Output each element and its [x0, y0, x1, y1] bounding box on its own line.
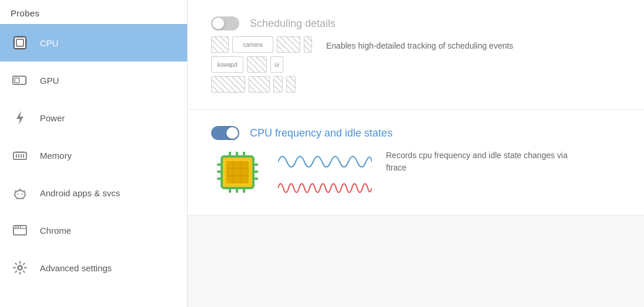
hatch-block [273, 76, 283, 93]
chrome-icon [11, 221, 29, 240]
svg-point-32 [22, 194, 23, 195]
hatch-block [277, 36, 300, 53]
svg-point-40 [15, 226, 16, 227]
cpu-freq-toggle[interactable] [211, 126, 239, 140]
hatch-label-ui: ui [270, 56, 283, 73]
svg-rect-64 [243, 188, 245, 193]
svg-rect-54 [226, 161, 249, 183]
cpu-freq-waves [278, 152, 372, 199]
scheduling-header: Scheduling details [211, 16, 621, 30]
svg-rect-45 [19, 261, 21, 264]
svg-point-44 [18, 266, 22, 270]
sidebar-item-label-memory: Memory [40, 151, 72, 161]
svg-rect-66 [217, 170, 222, 173]
svg-line-35 [24, 190, 25, 192]
svg-rect-20 [13, 152, 26, 159]
svg-rect-61 [243, 152, 245, 156]
sidebar: Probes CPU [0, 0, 188, 307]
svg-rect-24 [23, 154, 24, 158]
svg-rect-63 [236, 188, 238, 193]
memory-icon [11, 146, 29, 165]
sidebar-item-gpu[interactable]: GPU [0, 62, 187, 99]
cpu-freq-header: CPU frequency and idle states [211, 126, 621, 140]
hatch-block [286, 76, 296, 93]
svg-rect-22 [18, 154, 19, 158]
hatch-block [247, 56, 267, 73]
svg-point-31 [18, 194, 19, 195]
svg-rect-68 [253, 163, 258, 166]
sidebar-item-memory[interactable]: Memory [0, 137, 187, 174]
cpu-freq-visual [211, 146, 264, 199]
svg-rect-47 [24, 267, 27, 268]
svg-rect-70 [253, 178, 258, 180]
svg-rect-67 [217, 178, 222, 180]
hatch-row-2: kswapd ui [211, 56, 312, 73]
sidebar-item-label-advanced: Advanced settings [40, 263, 112, 273]
cpu-chip-svg [211, 146, 264, 199]
svg-rect-21 [16, 154, 17, 158]
blue-wave-svg [278, 152, 372, 172]
svg-point-42 [20, 226, 21, 227]
sidebar-item-label-cpu: CPU [40, 38, 59, 48]
sidebar-item-label-chrome: Chrome [40, 226, 71, 236]
red-wave-svg [278, 178, 372, 199]
svg-rect-65 [217, 163, 222, 166]
hatch-row-1: camera [211, 36, 312, 53]
sidebar-item-android[interactable]: Android apps & svcs [0, 174, 187, 212]
svg-rect-60 [236, 152, 238, 156]
hatch-row-3 [211, 76, 312, 93]
svg-rect-0 [14, 37, 26, 49]
settings-icon [11, 258, 29, 277]
main-content: Scheduling details camera kswapd ui [188, 0, 644, 307]
sidebar-item-chrome[interactable]: Chrome [0, 212, 187, 249]
svg-rect-15 [15, 78, 19, 83]
scheduling-desc: Enables high-detailed tracking of schedu… [326, 40, 513, 52]
sidebar-item-advanced[interactable]: Advanced settings [0, 249, 187, 286]
scheduling-toggle[interactable] [211, 16, 239, 30]
sidebar-item-label-gpu: GPU [40, 76, 59, 86]
svg-marker-19 [16, 111, 23, 125]
svg-rect-23 [21, 154, 22, 158]
svg-rect-30 [16, 193, 23, 197]
svg-rect-59 [229, 152, 231, 156]
cpu-freq-title: CPU frequency and idle states [250, 127, 392, 139]
cpu-freq-section: CPU frequency and idle states [188, 110, 644, 216]
svg-rect-69 [253, 170, 258, 173]
svg-rect-46 [22, 262, 25, 265]
sidebar-item-power[interactable]: Power [0, 99, 187, 137]
hatch-block [211, 76, 245, 93]
hatch-block [211, 36, 229, 53]
scheduling-visual: camera kswapd ui [211, 36, 312, 93]
android-icon [11, 183, 29, 202]
sidebar-item-cpu[interactable]: CPU [0, 24, 187, 62]
svg-point-41 [18, 226, 19, 227]
svg-rect-49 [19, 272, 21, 275]
svg-rect-62 [229, 188, 231, 193]
svg-line-34 [15, 190, 16, 192]
gpu-icon [11, 71, 29, 90]
hatch-label-kswapd: kswapd [211, 56, 243, 73]
scheduling-toggle-knob [212, 18, 224, 29]
sidebar-header: Probes [0, 0, 187, 24]
power-icon [11, 108, 29, 127]
scheduling-title: Scheduling details [250, 18, 335, 30]
hatch-block [249, 76, 270, 93]
svg-rect-50 [15, 270, 18, 273]
sidebar-item-label-android: Android apps & svcs [40, 188, 120, 198]
scheduling-section: Scheduling details camera kswapd ui [188, 0, 644, 110]
sidebar-item-label-power: Power [40, 113, 65, 123]
cpu-freq-desc: Records cpu frequency and idle state cha… [386, 149, 585, 174]
cpu-freq-toggle-knob [226, 127, 238, 139]
cpu-icon [11, 33, 29, 52]
hatch-label-camera: camera [232, 36, 273, 53]
svg-rect-52 [15, 262, 18, 265]
svg-rect-48 [22, 270, 25, 273]
hatch-block [304, 36, 312, 53]
svg-rect-51 [13, 267, 16, 268]
